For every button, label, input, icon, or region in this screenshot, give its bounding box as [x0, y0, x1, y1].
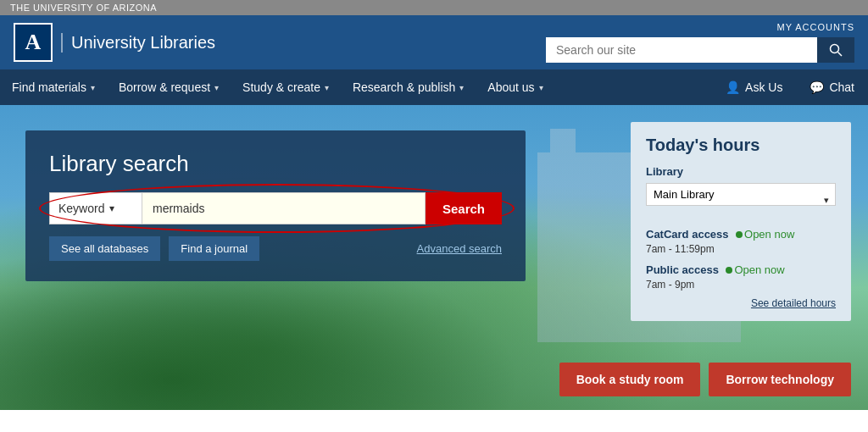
keyword-dropdown[interactable]: Keyword ▾ — [49, 192, 142, 224]
logo-area: A University Libraries — [14, 23, 215, 62]
book-study-room-button[interactable]: Book a study room — [559, 363, 701, 396]
chat-icon: 💬 — [810, 80, 824, 94]
chevron-down-icon: ▾ — [109, 202, 114, 214]
nav-item-research-publish[interactable]: Research & publish ▾ — [341, 69, 476, 105]
university-name: The University of Arizona — [10, 3, 157, 13]
search-icon — [829, 43, 843, 57]
advanced-search-link[interactable]: Advanced search — [417, 242, 502, 255]
bottom-action-buttons: Book a study room Borrow technology — [559, 363, 851, 396]
ask-us-button[interactable]: 👤 Ask Us — [712, 69, 796, 105]
library-section-label: Library — [646, 165, 836, 178]
chevron-down-icon: ▾ — [91, 83, 95, 92]
catcard-hours: 7am - 11:59pm — [646, 243, 836, 255]
library-search-button[interactable]: Search — [426, 192, 502, 224]
search-actions: See all databases Find a journal Advance… — [49, 236, 502, 261]
library-search-input[interactable] — [142, 192, 426, 224]
svg-point-0 — [831, 45, 839, 53]
nav-item-borrow-request[interactable]: Borrow & request ▾ — [107, 69, 231, 105]
chevron-down-icon: ▾ — [459, 83, 464, 92]
my-accounts-label[interactable]: My Accounts — [777, 22, 854, 32]
site-search-input[interactable] — [546, 37, 817, 63]
nav-right: 👤 Ask Us 💬 Chat — [712, 69, 868, 105]
public-hours: 7am - 9pm — [646, 279, 836, 291]
hero-section: Library search Keyword ▾ Search See all … — [0, 105, 868, 410]
chevron-down-icon: ▾ — [539, 83, 543, 92]
detailed-hours-link[interactable]: See detailed hours — [646, 297, 836, 309]
university-title: University Libraries — [61, 33, 215, 53]
see-all-databases-button[interactable]: See all databases — [49, 236, 160, 261]
hours-panel: Today's hours Library Main Library ▾ Cat… — [631, 122, 851, 321]
chevron-down-icon: ▾ — [214, 83, 219, 92]
hours-title: Today's hours — [646, 136, 836, 155]
chevron-down-icon: ▾ — [325, 83, 329, 92]
nav-bar: Find materials ▾ Borrow & request ▾ Stud… — [0, 69, 868, 105]
header: A University Libraries My Accounts — [0, 15, 868, 69]
university-logo: A — [14, 23, 53, 62]
nav-item-about-us[interactable]: About us ▾ — [476, 69, 554, 105]
open-dot-icon — [736, 231, 743, 238]
library-search-box: Library search Keyword ▾ Search See all … — [25, 130, 526, 281]
nav-item-find-materials[interactable]: Find materials ▾ — [0, 69, 107, 105]
search-row: Keyword ▾ Search — [49, 192, 502, 224]
library-select[interactable]: Main Library — [646, 183, 836, 206]
top-bar: The University of Arizona — [0, 0, 868, 15]
person-icon: 👤 — [726, 80, 740, 94]
library-search-title: Library search — [49, 151, 502, 177]
nav-items: Find materials ▾ Borrow & request ▾ Stud… — [0, 69, 712, 105]
header-right: My Accounts — [546, 22, 854, 63]
borrow-technology-button[interactable]: Borrow technology — [709, 363, 851, 396]
nav-item-study-create[interactable]: Study & create ▾ — [231, 69, 341, 105]
svg-line-1 — [838, 53, 843, 57]
chat-button[interactable]: 💬 Chat — [796, 69, 868, 105]
catcard-status-badge: Open now — [736, 228, 794, 241]
site-search-button[interactable] — [817, 37, 854, 63]
public-access-row: Public access Open now 7am - 9pm — [646, 262, 836, 291]
public-status-badge: Open now — [726, 263, 784, 276]
open-dot-icon — [726, 267, 732, 274]
catcard-access-row: CatCard access Open now 7am - 11:59pm — [646, 226, 836, 255]
library-select-wrap: Main Library ▾ — [646, 183, 836, 216]
header-search-bar — [546, 37, 854, 63]
find-a-journal-button[interactable]: Find a journal — [169, 236, 259, 261]
